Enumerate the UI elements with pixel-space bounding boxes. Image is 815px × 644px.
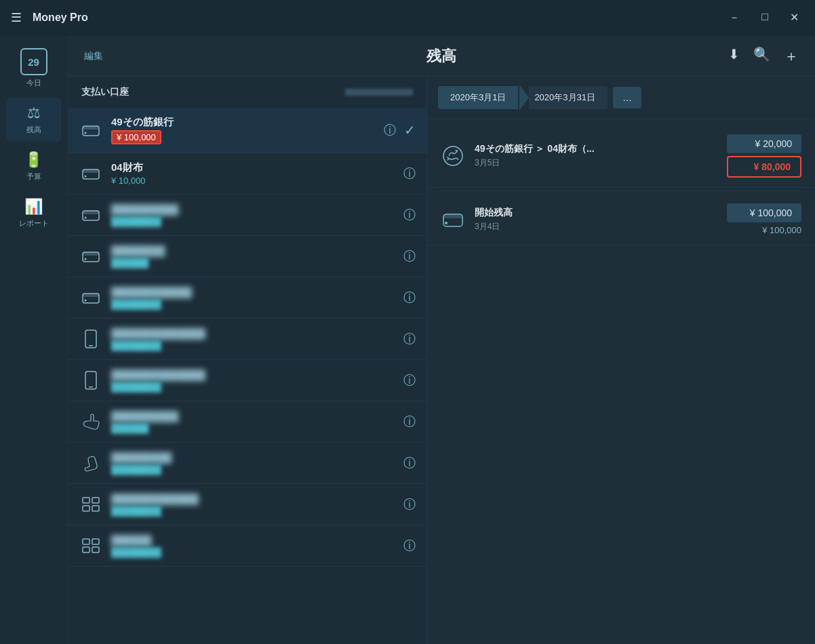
svg-rect-17: [85, 371, 96, 389]
svg-point-27: [443, 146, 462, 165]
date-end-button[interactable]: 2020年3月31日: [529, 86, 608, 109]
sidebar-reports-label: レポート: [19, 218, 49, 228]
account-item-bank49[interactable]: 49その筋銀行 ¥ 100,000 ⓘ ✓: [68, 108, 426, 153]
opening-wallet-icon: [441, 207, 465, 232]
account-item-10[interactable]: █████████████ ████████ ⓘ: [68, 484, 426, 525]
acc8-icon: [79, 409, 103, 434]
bank49-name: 49その筋銀行: [111, 116, 384, 129]
account-item-5[interactable]: ████████████ ████████ ⓘ: [68, 277, 426, 319]
svg-rect-15: [85, 330, 96, 348]
opening-amounts: ¥ 100,000 ¥ 100,000: [727, 203, 801, 235]
date-arrow-1: [519, 85, 529, 110]
acc4-icon: [79, 244, 103, 268]
top-bar: 編集 残高 ⬇ 🔍 ＋: [68, 36, 815, 77]
acc8-balance: ██████: [111, 423, 403, 433]
svg-point-8: [85, 217, 87, 219]
accounts-panel: 支払い口座 49その筋銀行 ¥ 100,000: [68, 77, 427, 644]
transfer-amount-btn[interactable]: ¥ 20,000: [727, 134, 801, 153]
maximize-button[interactable]: □: [756, 8, 774, 28]
acc9-icon: [79, 451, 103, 475]
sidebar-today-label: 今日: [26, 78, 41, 88]
acc4-info: ████████ ██████: [111, 245, 403, 268]
top-bar-actions: ⬇ 🔍 ＋: [728, 46, 799, 66]
transfer-info: 49その筋銀行 ＞ 04財布（... 3月5日: [475, 143, 717, 169]
bank49-info: 49その筋銀行 ¥ 100,000: [111, 116, 384, 144]
svg-rect-1: [83, 126, 99, 129]
svg-rect-7: [83, 211, 99, 214]
download-icon[interactable]: ⬇: [728, 46, 740, 66]
sidebar-budget-label: 予算: [26, 172, 41, 182]
budget-icon: 🔋: [24, 151, 43, 169]
sidebar-balance-label: 残高: [26, 125, 41, 135]
svg-rect-13: [83, 294, 99, 297]
account-item-8[interactable]: ██████████ ██████ ⓘ: [68, 401, 426, 443]
acc7-info-icon[interactable]: ⓘ: [403, 372, 416, 388]
acc6-info: ██████████████ ████████: [111, 328, 403, 350]
svg-rect-24: [92, 539, 99, 544]
opening-info: 開始残高 3月4日: [475, 207, 717, 233]
acc10-icon: [79, 492, 103, 517]
account-item-wallet04[interactable]: 04財布 ¥ 10,000 ⓘ: [68, 153, 426, 195]
svg-point-14: [85, 300, 87, 302]
acc10-info: █████████████ ████████: [111, 494, 403, 516]
sidebar-item-balance[interactable]: ⚖ 残高: [7, 98, 61, 142]
acc11-info-icon[interactable]: ⓘ: [403, 538, 416, 554]
section-title: 支払い口座: [81, 86, 129, 98]
content-area: 編集 残高 ⬇ 🔍 ＋ 支払い口座: [68, 36, 815, 644]
account-item-6[interactable]: ██████████████ ████████ ⓘ: [68, 319, 426, 360]
wallet04-actions: ⓘ: [403, 165, 416, 182]
svg-point-5: [85, 176, 87, 178]
menu-icon[interactable]: ☰: [11, 10, 22, 25]
svg-rect-23: [83, 539, 90, 544]
sidebar-item-today[interactable]: 29 今日: [7, 41, 61, 95]
sidebar: 29 今日 ⚖ 残高 🔋 予算 📊 レポート: [0, 36, 68, 644]
acc11-balance: ████████: [111, 547, 403, 557]
date-start-button[interactable]: 2020年3月1日: [438, 86, 518, 109]
transaction-divider-1: [441, 190, 801, 191]
app-title: Money Pro: [33, 12, 723, 24]
bank49-check-icon[interactable]: ✓: [404, 122, 416, 138]
acc9-info: █████████ ████████: [111, 452, 403, 475]
acc6-info-icon[interactable]: ⓘ: [403, 331, 416, 347]
wallet04-info-icon[interactable]: ⓘ: [403, 165, 416, 182]
acc11-icon: [79, 534, 103, 558]
acc7-icon: [79, 368, 103, 393]
acc3-info-icon[interactable]: ⓘ: [403, 207, 416, 223]
edit-button[interactable]: 編集: [84, 50, 103, 62]
account-item-9[interactable]: █████████ ████████ ⓘ: [68, 443, 426, 484]
minimize-button[interactable]: －: [723, 8, 745, 28]
date-more-button[interactable]: …: [613, 87, 641, 108]
account-item-11[interactable]: ██████ ████████ ⓘ: [68, 525, 426, 567]
bank49-info-icon[interactable]: ⓘ: [384, 122, 396, 138]
account-item-4[interactable]: ████████ ██████ ⓘ: [68, 236, 426, 277]
transactions-list: 49その筋銀行 ＞ 04財布（... 3月5日 ¥ 20,000 ¥ 80,00…: [427, 119, 815, 644]
acc8-info-icon[interactable]: ⓘ: [403, 414, 416, 430]
sidebar-item-budget[interactable]: 🔋 予算: [7, 144, 61, 188]
balance-icon: ⚖: [27, 104, 41, 122]
page-title: 残高: [426, 46, 456, 66]
acc8-info: ██████████ ██████: [111, 411, 403, 433]
svg-point-2: [85, 132, 87, 134]
add-icon[interactable]: ＋: [784, 46, 799, 66]
svg-point-11: [85, 258, 87, 260]
transaction-item-opening[interactable]: 開始残高 3月4日 ¥ 100,000 ¥ 100,000: [427, 194, 815, 245]
account-item-3[interactable]: ██████████ ████████ ⓘ: [68, 195, 426, 236]
transaction-item-transfer[interactable]: 49その筋銀行 ＞ 04財布（... 3月5日 ¥ 20,000 ¥ 80,00…: [427, 125, 815, 188]
opening-title: 開始残高: [475, 207, 717, 219]
acc5-info: ████████████ ████████: [111, 287, 403, 309]
main-split: 支払い口座 49その筋銀行 ¥ 100,000: [68, 77, 815, 644]
acc5-icon: [79, 285, 103, 310]
acc10-info-icon[interactable]: ⓘ: [403, 496, 416, 512]
svg-rect-29: [443, 214, 462, 218]
acc4-info-icon[interactable]: ⓘ: [403, 248, 416, 264]
sidebar-item-reports[interactable]: 📊 レポート: [7, 191, 61, 235]
close-button[interactable]: ✕: [784, 8, 804, 28]
transfer-running-total: ¥ 80,000: [727, 156, 801, 178]
acc9-info-icon[interactable]: ⓘ: [403, 455, 416, 471]
opening-amount-btn[interactable]: ¥ 100,000: [727, 203, 801, 222]
acc5-info-icon[interactable]: ⓘ: [403, 289, 416, 306]
account-item-7[interactable]: ██████████████ ████████ ⓘ: [68, 360, 426, 401]
acc4-name: ████████: [111, 245, 403, 256]
app-body: 29 今日 ⚖ 残高 🔋 予算 📊 レポート 編集 残高 ⬇ 🔍: [0, 36, 815, 644]
search-icon[interactable]: 🔍: [753, 46, 770, 66]
